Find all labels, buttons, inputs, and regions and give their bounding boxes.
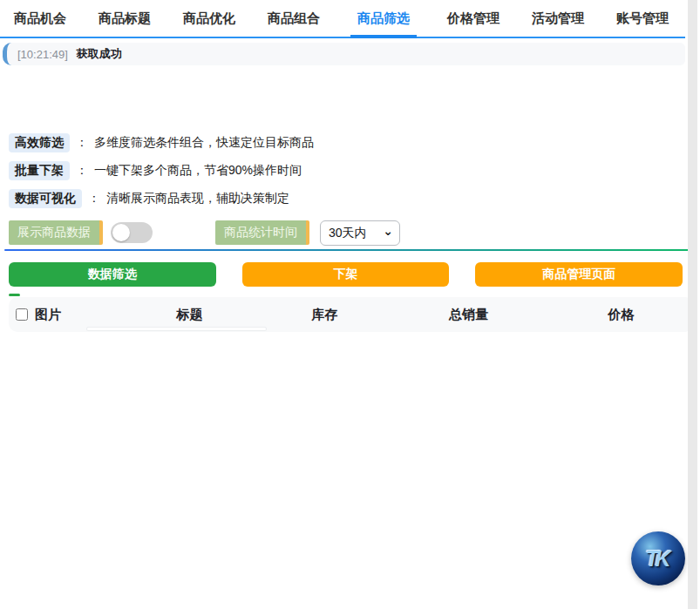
feature-description: 清晰展示商品表现，辅助决策制定 <box>106 191 289 206</box>
col-price-label: 价格 <box>571 307 671 323</box>
tab-product-opportunity[interactable]: 商品机会 <box>12 10 68 37</box>
horizontal-scrollbar[interactable] <box>87 328 266 330</box>
select-all-checkbox[interactable] <box>16 308 28 321</box>
feature-label: 批量下架 <box>9 161 70 180</box>
toggle-knob <box>112 224 130 241</box>
feature-separator: ： <box>76 163 88 179</box>
tab-product-filter[interactable]: 商品筛选 <box>350 10 417 38</box>
tab-product-title[interactable]: 商品标题 <box>97 10 153 37</box>
gradient-divider <box>4 249 689 251</box>
show-product-data-toggle[interactable] <box>111 222 153 243</box>
vertical-scrollbar-track[interactable] <box>688 0 697 609</box>
col-title-label: 标题 <box>96 307 283 323</box>
feature-item: 批量下架 ： 一键下架多个商品，节省90%操作时间 <box>9 161 700 180</box>
feature-label: 数据可视化 <box>9 189 82 208</box>
col-stock-label: 库存 <box>283 307 366 323</box>
scroll-indicator-dash <box>9 294 20 296</box>
tab-price-manage[interactable]: 价格管理 <box>445 10 501 37</box>
controls-row: 展示商品数据 商品统计时间 30天内 ⌄ <box>9 220 700 245</box>
top-tab-bar: 商品机会 商品标题 商品优化 商品组合 商品筛选 价格管理 活动管理 账号管理 <box>0 0 685 38</box>
col-sales-label: 总销量 <box>366 307 571 323</box>
tab-product-combine[interactable]: 商品组合 <box>266 10 322 37</box>
col-image-label: 图片 <box>35 307 61 323</box>
feature-separator: ： <box>88 191 100 206</box>
action-buttons-row: 数据筛选 下架 商品管理页面 <box>9 262 683 287</box>
log-message: 获取成功 <box>77 46 122 62</box>
tk-logo-icon: TK <box>645 546 670 572</box>
tab-account-manage[interactable]: 账号管理 <box>615 10 670 37</box>
feature-description: 一键下架多个商品，节省90%操作时间 <box>94 163 302 179</box>
table-header-row: 图片 标题 库存 总销量 价格 <box>9 297 694 332</box>
feature-list: 高效筛选 ： 多维度筛选条件组合，快速定位目标商品 批量下架 ： 一键下架多个商… <box>9 133 700 208</box>
app-page: 商品机会 商品标题 商品优化 商品组合 商品筛选 价格管理 活动管理 账号管理 … <box>0 0 700 609</box>
stat-time-label: 商品统计时间 <box>215 220 309 245</box>
tk-logo-float-button[interactable]: TK <box>631 531 685 585</box>
feature-item: 高效筛选 ： 多维度筛选条件组合，快速定位目标商品 <box>9 133 700 152</box>
log-message-box: [10:21:49] 获取成功 <box>3 43 685 65</box>
time-select-wrap: 30天内 ⌄ <box>320 220 400 246</box>
feature-description: 多维度筛选条件组合，快速定位目标商品 <box>94 135 314 151</box>
table-col-image: 图片 <box>9 307 96 323</box>
tab-activity-manage[interactable]: 活动管理 <box>530 10 586 37</box>
feature-label: 高效筛选 <box>9 133 70 152</box>
time-range-select[interactable]: 30天内 <box>320 220 400 246</box>
product-manage-page-button[interactable]: 商品管理页面 <box>475 262 683 287</box>
tab-product-optimize[interactable]: 商品优化 <box>181 10 237 37</box>
feature-separator: ： <box>76 135 88 151</box>
takedown-button[interactable]: 下架 <box>242 262 450 287</box>
show-product-data-label: 展示商品数据 <box>9 220 103 245</box>
feature-item: 数据可视化 ： 清晰展示商品表现，辅助决策制定 <box>9 189 700 208</box>
data-filter-button[interactable]: 数据筛选 <box>9 262 216 287</box>
log-timestamp: [10:21:49] <box>17 48 68 61</box>
